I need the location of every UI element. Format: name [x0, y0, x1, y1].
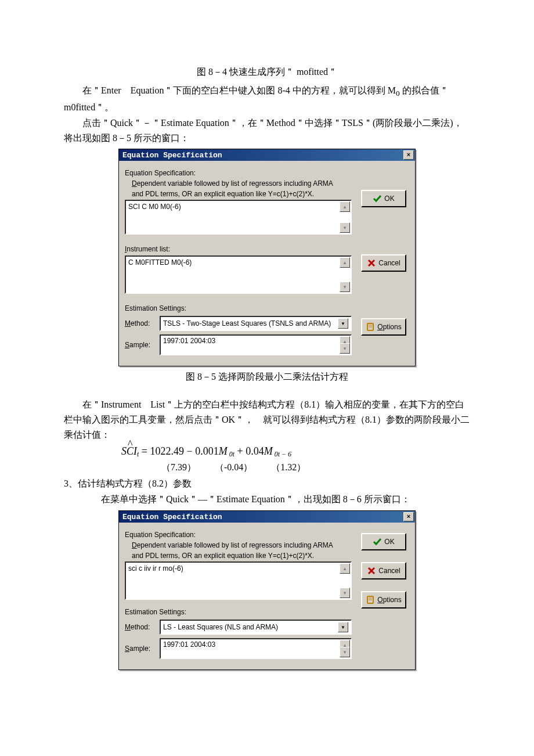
options-underline: O [377, 596, 383, 604]
dialog-titlebar: Equation Specification × [119, 149, 415, 161]
method-value: LS - Least Squares (NLS and ARMA) [163, 623, 278, 631]
chevron-down-icon[interactable]: ▼ [338, 622, 348, 632]
dialog-side: OK Cancel Options [358, 523, 415, 669]
dialog-2-wrap: Equation Specification × Equation Specif… [64, 510, 470, 670]
options-text: ptions [383, 596, 402, 604]
hint-underline-d: D [132, 179, 137, 188]
method-select[interactable]: TSLS - Two-Stage Least Squares (TSNLS an… [160, 316, 352, 331]
scroll-down-icon[interactable]: ▼ [340, 647, 350, 657]
dialog-body: Equation Specification: Dependent variab… [119, 523, 415, 669]
instrument-input-text: C M0FITTED M0(-6) [128, 258, 192, 267]
cancel-button[interactable]: Cancel [361, 562, 406, 579]
equation-spec-dialog-2: Equation Specification × Equation Specif… [118, 510, 416, 670]
estimation-settings-label: Estimation Settings: [125, 304, 352, 312]
t-statistics: （7.39） （-0.04） （1.32） [64, 460, 470, 475]
method-label: Method: [125, 623, 156, 631]
dialog-main: Equation Specification: Dependent variab… [119, 523, 358, 669]
method-value: TSLS - Two-Stage Least Squares (TSNLS an… [163, 319, 331, 327]
check-icon [373, 194, 382, 203]
options-label: Options [377, 323, 401, 331]
close-icon[interactable]: × [403, 512, 414, 521]
equation-spec-dialog-1: Equation Specification × Equation Specif… [118, 149, 416, 366]
scroll-down-icon[interactable]: ▼ [340, 588, 350, 598]
sample-underline: S [125, 645, 129, 653]
x-icon [367, 258, 376, 268]
page: 图 8－4 快速生成序列＂ mofitted＂ 在＂Enter Equation… [0, 0, 534, 698]
method-underline: M [125, 319, 131, 327]
equation-input-text: SCI C M0 M0(-6) [128, 203, 181, 211]
sample-label-text: ample: [129, 645, 150, 653]
equation-spec-hint1: Dependent variable followed by list of r… [132, 541, 352, 550]
hint-text-a: ependent variable followed by list of re… [137, 179, 333, 188]
method-row: Method: TSLS - Two-Stage Least Squares (… [125, 316, 352, 331]
sample-input[interactable]: 1997:01 2004:03 ▲ ▼ [160, 334, 352, 355]
paragraph-2: 点击＂Quick＂－＂Estimate Equation＂，在＂Method＂中… [64, 116, 470, 145]
sample-row: Sample: 1997:01 2004:03 ▲ ▼ [125, 334, 352, 355]
method-label-text: ethod: [131, 623, 150, 631]
scroll-up-icon[interactable]: ▲ [340, 201, 350, 212]
equation-spec-hint2: and PDL terms, OR an explicit equation l… [132, 552, 352, 561]
equation-input[interactable]: SCI C M0 M0(-6) ▲ ▼ [125, 200, 352, 235]
options-text: ptions [383, 323, 402, 331]
dialog-main: Equation Specification: Dependent variab… [119, 161, 358, 366]
sample-input[interactable]: 1997:01 2004:03 ▲ ▼ [160, 638, 352, 659]
options-label: Options [377, 596, 401, 604]
x-icon [367, 566, 376, 575]
dialog-titlebar: Equation Specification × [119, 511, 415, 523]
options-icon [366, 595, 375, 604]
ok-label: OK [384, 538, 394, 546]
options-button[interactable]: Options [361, 591, 406, 609]
cancel-label: Cancel [378, 259, 400, 267]
chevron-down-icon[interactable]: ▼ [338, 318, 348, 329]
text: 在＂Enter Equation＂下面的空白栏中键入如图 8-4 中的方程，就可… [82, 85, 396, 95]
ok-button[interactable]: OK [361, 190, 406, 207]
cancel-label: Cancel [378, 567, 400, 575]
ok-button[interactable]: OK [361, 533, 406, 550]
scroll-down-icon[interactable]: ▼ [340, 222, 350, 233]
equation-spec-label: Equation Specification: [125, 169, 352, 177]
options-button[interactable]: Options [361, 318, 406, 336]
sample-label: Sample: [125, 341, 156, 349]
cancel-button[interactable]: Cancel [361, 254, 406, 272]
sample-value: 1997:01 2004:03 [163, 640, 215, 649]
scroll-up-icon[interactable]: ▲ [340, 257, 350, 268]
sample-label-text: ample: [129, 341, 150, 349]
instrument-list-label: Instrument list: [125, 245, 352, 253]
dialog-1-wrap: Equation Specification × Equation Specif… [64, 149, 470, 366]
paragraph-3: 在＂Instrument List＂上方的空白栏中按结构式方程（8.1）输入相应… [64, 397, 470, 442]
equation-spec-label: Equation Specification: [125, 531, 352, 539]
check-icon [373, 537, 382, 546]
equation-spec-hint1: Dependent variable followed by list of r… [132, 179, 352, 189]
sample-label: Sample: [125, 645, 156, 653]
estimation-settings-label: Estimation Settings: [125, 608, 352, 616]
figure-8-5-caption: 图 8－5 选择两阶段最小二乘法估计方程 [64, 371, 470, 383]
method-row: Method: LS - Least Squares (NLS and ARMA… [125, 620, 352, 635]
figure-8-4-caption: 图 8－4 快速生成序列＂ mofitted＂ [64, 66, 470, 78]
method-select[interactable]: LS - Least Squares (NLS and ARMA) ▼ [160, 620, 352, 635]
ok-label: OK [384, 195, 394, 203]
hint-text-a: ependent variable followed by list of re… [137, 541, 333, 549]
equation-input-text: sci c iiv ir r mo(-6) [128, 564, 183, 573]
subscript-0: 0 [396, 89, 400, 98]
equation-input[interactable]: sci c iiv ir r mo(-6) ▲ ▼ [125, 561, 352, 600]
paragraph-1: 在＂Enter Equation＂下面的空白栏中键入如图 8-4 中的方程，就可… [64, 83, 470, 114]
dialog-body: Equation Specification: Dependent variab… [119, 161, 415, 366]
close-icon[interactable]: × [403, 150, 414, 160]
dialog-title: Equation Specification [122, 151, 222, 160]
options-icon [366, 322, 375, 332]
scroll-down-icon[interactable]: ▼ [340, 282, 350, 292]
hint-underline-d: D [132, 541, 137, 549]
scroll-up-icon[interactable]: ▲ [340, 563, 350, 574]
instr-label-text: nstrument list: [127, 245, 170, 253]
paragraph-5: 在菜单中选择＂Quick＂—＂Estimate Equation＂，出现如图 8… [64, 492, 470, 507]
sample-value: 1997:01 2004:03 [163, 337, 215, 345]
instrument-input[interactable]: C M0FITTED M0(-6) ▲ ▼ [125, 255, 352, 294]
sample-underline: S [125, 341, 129, 349]
paragraph-4: 3、估计结构式方程（8.2）参数 [64, 476, 470, 491]
method-label: Method: [125, 319, 156, 327]
scroll-down-icon[interactable]: ▼ [340, 343, 350, 354]
method-label-text: ethod: [131, 319, 150, 327]
dialog-side: OK Cancel Options [358, 161, 415, 366]
dialog-title: Equation Specification [122, 513, 222, 521]
method-underline: M [125, 623, 131, 631]
